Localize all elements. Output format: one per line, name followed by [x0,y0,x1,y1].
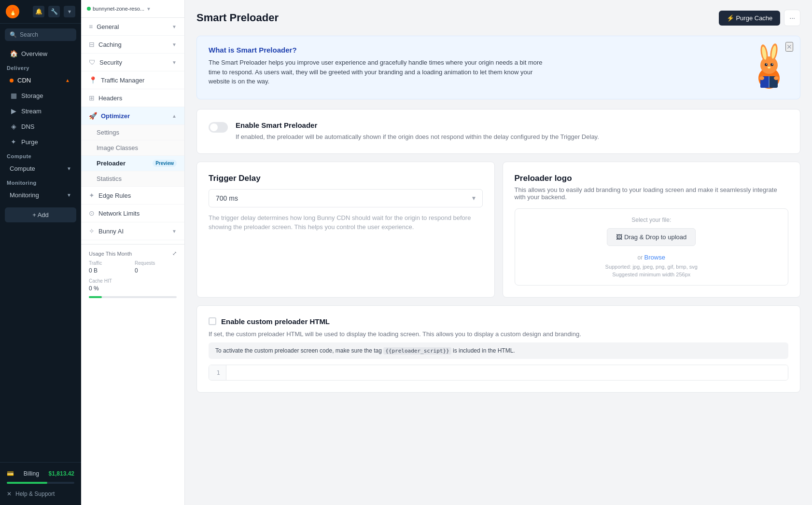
usage-grid: Traffic 0 B Requests 0 [89,260,177,274]
sub-nav-item-network-limits[interactable]: ⊙ Network Limits [81,205,184,222]
sidebar-item-label: Monitoring [10,191,39,199]
sidebar-item-overview[interactable]: 🏠 Overview [3,46,78,61]
svg-point-10 [768,67,770,68]
help-support-item[interactable]: ✕ Help & Support [5,488,76,500]
network-limits-item-left: ⊙ Network Limits [89,209,140,217]
sidebar-item-monitoring[interactable]: Monitoring ▼ [3,188,78,202]
custom-html-checkbox[interactable] [209,317,216,325]
add-button[interactable]: + Add [5,207,76,222]
search-label: Search [20,31,38,38]
toggle-track [209,122,228,133]
requests-label: Requests [135,260,177,266]
bunny-ai-icon: ✧ [89,227,95,235]
usage-bar-fill [89,296,102,298]
sidebar-item-stream[interactable]: ▶ Stream [3,104,78,118]
sub-nav-preloader[interactable]: Preloader Preview [81,156,184,171]
usage-progress-bar [89,296,177,298]
page-title: Smart Preloader [196,12,279,24]
sidebar: 🔥 🔔 🔧 ▾ 🔍 Search 🏠 Overview Delivery CDN… [0,0,81,505]
usage-title-label: Usage This Month [89,251,132,257]
general-item-left: ≡ General [89,23,119,30]
sub-nav-item-headers[interactable]: ⊞ Headers [81,89,184,107]
sub-nav-settings[interactable]: Settings [81,125,184,140]
network-limits-label: Network Limits [98,210,140,217]
trigger-delay-description: The trigger delay determines how long Bu… [209,213,483,232]
statistics-label: Statistics [97,175,122,182]
sidebar-item-cdn[interactable]: CDN ▲ [3,73,78,87]
sub-nav-item-caching[interactable]: ⊟ Caching ▼ [81,36,184,54]
home-icon: 🏠 [10,50,17,57]
bunny-ai-chevron: ▼ [172,229,177,234]
requests-value: 0 [135,267,138,274]
preloader-logo-card: Preloader logo This allows you to easily… [503,162,801,298]
purge-cache-button[interactable]: ⚡ Purge Cache [719,11,781,26]
browse-link[interactable]: Browse [644,254,665,261]
toggle-heading: Enable Smart Preloader [236,121,599,129]
upload-area: Select your file: 🖼 Drag & Drop to uploa… [515,208,789,286]
svg-point-15 [774,76,779,80]
or-text: or Browse [523,254,781,261]
trigger-delay-select[interactable]: 100 ms 200 ms 300 ms 500 ms 700 ms 1000 … [209,189,483,207]
notifications-icon[interactable]: 🔔 [33,6,44,17]
zone-name: bunnynet-zone-reso... [93,6,144,12]
sidebar-header: 🔥 🔔 🔧 ▾ [0,0,81,24]
toggle-info: Enable Smart Preloader If enabled, the p… [236,121,599,142]
info-banner-description: The Smart Preloader helps you improve us… [209,58,546,86]
edge-rules-item-left: ✦ Edge Rules [89,191,131,199]
updates-icon[interactable]: 🔧 [48,6,60,17]
more-options-button[interactable]: ··· [784,10,800,26]
cache-hit-value: 0 % [89,285,99,292]
sidebar-item-label: DNS [21,123,34,130]
enable-preloader-card: Enable Smart Preloader If enabled, the p… [196,109,800,154]
headers-label: Headers [98,95,122,102]
sub-nav-item-bunny-ai[interactable]: ✧ Bunny AI ▼ [81,222,184,240]
info-banner: What is Smart Preloader? The Smart Prelo… [196,36,800,99]
search-box[interactable]: 🔍 Search [5,28,76,41]
sub-nav-statistics[interactable]: Statistics [81,171,184,187]
help-label: Help & Support [15,491,55,497]
bunny-mascot [750,46,788,89]
general-label: General [97,23,119,30]
sidebar-item-dns[interactable]: ◈ DNS [3,119,78,134]
sub-nav-item-security[interactable]: 🛡 Security ▼ [81,54,184,71]
sub-nav-item-general[interactable]: ≡ General ▼ [81,18,184,36]
zone-selector[interactable]: bunnynet-zone-reso... ▼ [81,0,184,18]
sub-nav-item-optimizer[interactable]: 🚀 Optimizer ▲ [81,107,184,125]
requests-stat: Requests 0 [135,260,177,274]
upload-btn-label: 🖼 Drag & Drop to upload [616,233,686,241]
expand-usage-icon[interactable]: ⤢ [172,250,177,257]
code-content-1[interactable] [226,365,788,380]
sidebar-item-label: Overview [21,50,47,57]
custom-html-section: Enable custom preloader HTML If set, the… [209,317,788,381]
stream-icon: ▶ [10,107,17,115]
add-label: + Add [32,211,49,218]
image-classes-label: Image Classes [97,144,138,151]
custom-html-label: Enable custom preloader HTML [221,317,330,326]
sidebar-chevron-up: ▲ [64,78,71,83]
sidebar-item-compute[interactable]: Compute ▼ [3,162,78,176]
sidebar-item-purge[interactable]: ✦ Purge [3,135,78,149]
optimizer-label: Optimizer [101,112,130,120]
billing-icon: 💳 [7,470,14,477]
expand-icon[interactable]: ▾ [64,6,75,17]
enable-preloader-toggle[interactable] [209,122,228,133]
sub-nav-image-classes[interactable]: Image Classes [81,140,184,156]
drag-drop-upload-button[interactable]: 🖼 Drag & Drop to upload [607,228,696,246]
toggle-description: If enabled, the preloader will be automa… [236,132,599,142]
info-banner-close-button[interactable]: ✕ [785,42,793,52]
caching-chevron: ▼ [172,42,177,47]
compute-section-label: Compute [0,150,81,161]
code-editor[interactable]: 1 [209,365,788,381]
sidebar-item-storage[interactable]: ▦ Storage [3,88,78,103]
sub-nav-item-edge-rules[interactable]: ✦ Edge Rules [81,187,184,205]
sub-nav-item-traffic-manager[interactable]: 📍 Traffic Manager [81,71,184,89]
edge-rules-icon: ✦ [89,191,95,199]
code-line-1: 1 [209,365,788,380]
more-icon: ··· [789,14,795,22]
sidebar-item-label: Storage [21,92,43,99]
logo-section: Preloader logo This allows you to easily… [515,174,789,286]
zone-chevron-icon: ▼ [146,6,151,12]
headers-icon: ⊞ [89,94,95,102]
settings-label: Settings [97,129,119,136]
security-chevron: ▼ [172,60,177,65]
